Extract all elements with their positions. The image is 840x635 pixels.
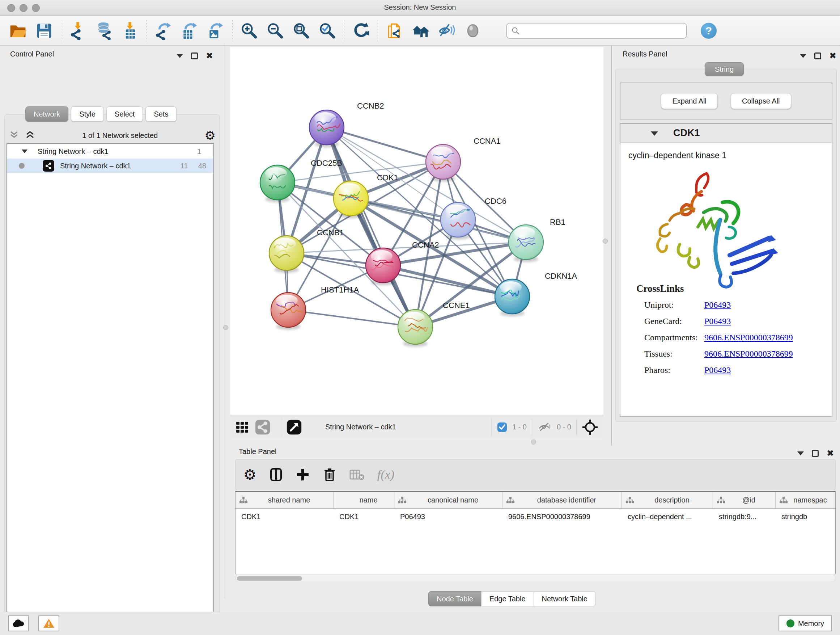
collapse-all-icon[interactable] [9,131,19,140]
network-from-file-button[interactable] [382,19,408,42]
tab-node-table[interactable]: Node Table [428,591,481,606]
expand-all-icon[interactable] [25,131,35,140]
right-splitter-handle[interactable] [603,239,608,244]
close-panel-icon[interactable]: ✖ [206,51,213,60]
column-header--id[interactable]: @id [713,492,775,508]
search-input[interactable] [523,27,682,35]
tab-select[interactable]: Select [106,106,143,122]
scrollbar-thumb[interactable] [237,576,302,581]
float-panel-icon[interactable] [812,450,819,457]
export-network-button[interactable] [150,19,177,42]
close-panel-icon[interactable]: ✖ [827,449,834,458]
string-view-icon[interactable] [255,419,271,435]
table-cell[interactable]: CDK1 [235,513,333,521]
open-session-button[interactable] [5,19,31,42]
tab-network[interactable]: Network [25,106,68,122]
cloud-button[interactable] [8,616,29,631]
column-header-database-identifier[interactable]: database identifier [502,492,622,508]
table-row[interactable]: CDK1CDK1P064939606.ENSP00000378699cyclin… [235,509,835,524]
grid-view-icon[interactable] [235,420,249,434]
expand-all-button[interactable]: Expand All [661,93,718,109]
panel-menu-icon[interactable] [177,54,183,58]
crosslink-link[interactable]: 9606.ENSP00000378699 [704,349,793,359]
fit-content-crosshair-icon[interactable] [582,419,598,435]
table-horizontal-scrollbar[interactable] [235,575,836,582]
node-ccna2[interactable] [366,248,401,283]
node-cdc25b[interactable] [260,165,295,200]
crosslink-link[interactable]: P06493 [704,300,731,310]
table-cell[interactable]: P06493 [394,513,502,521]
import-network-button[interactable] [65,19,91,42]
left-splitter-handle[interactable] [223,325,228,330]
edge-ccnb2-ccne1[interactable] [327,127,415,327]
add-column-icon[interactable] [295,467,310,482]
show-hide-panel-button[interactable] [434,19,460,42]
show-columns-icon[interactable] [269,467,283,482]
float-panel-icon[interactable] [814,52,821,59]
node-ccnb1[interactable] [269,236,304,271]
panel-menu-icon[interactable] [800,54,806,58]
column-header-namespac[interactable]: namespac [775,492,835,508]
crosslink-link[interactable]: P06493 [704,317,731,326]
tab-sets[interactable]: Sets [145,106,177,122]
table-cell[interactable]: CDK1 [333,513,394,521]
column-header-canonical-name[interactable]: canonical name [394,492,502,508]
collection-expander-icon[interactable] [22,149,27,153]
zoom-selected-button[interactable] [314,19,340,42]
collapse-all-button[interactable]: Collapse All [731,93,791,109]
crosslink-link[interactable]: 9606.ENSP00000378699 [704,333,793,342]
table-options-gear-icon[interactable]: ⚙ [243,467,256,482]
eye-inactive-button[interactable] [460,19,486,42]
warnings-button[interactable] [38,616,59,631]
save-session-button[interactable] [31,19,57,42]
node-cdkn1a[interactable] [495,279,530,314]
tab-network-table[interactable]: Network Table [534,591,596,606]
table-cell[interactable]: cyclin–dependent ... [622,513,713,521]
gene-collapse-icon[interactable] [651,131,658,136]
open-in-new-window-icon[interactable] [286,419,302,435]
float-panel-icon[interactable] [191,52,198,59]
table-cell[interactable]: stringdb:9... [713,513,775,521]
delete-column-icon[interactable] [322,467,337,482]
node-ccna1[interactable] [426,144,461,179]
close-panel-icon[interactable]: ✖ [829,51,836,60]
tab-string[interactable]: String [705,62,744,76]
selected-checkbox-icon[interactable] [497,422,507,432]
panel-menu-icon[interactable] [797,451,804,455]
home-view-button[interactable] [408,19,434,42]
node-cdc6[interactable] [441,203,475,237]
node-ccnb2[interactable] [309,110,344,145]
network-canvas[interactable]: CCNB2CCNA1CDC25BCDK1CDC6RB1CCNB1CCNA2CDK… [230,47,603,415]
zoom-in-button[interactable] [236,19,262,42]
import-table-button[interactable] [117,19,143,42]
node-ccne1[interactable] [398,310,433,344]
table-cell[interactable]: stringdb [775,513,835,521]
node-hist1h1a[interactable] [271,293,306,327]
edge-ccne1-hist1h1a[interactable] [288,310,415,327]
export-table-button[interactable] [177,19,202,42]
node-rb1[interactable] [508,225,543,260]
export-image-button[interactable] [202,19,229,42]
refresh-view-button[interactable] [348,19,374,42]
network-row-selected[interactable]: String Network – cdk1 11 48 [7,158,213,173]
node-cdk1[interactable] [333,181,368,216]
title-bar: Session: New Session [0,0,840,16]
table-cell[interactable]: 9606.ENSP00000378699 [502,513,622,521]
edge-ccnb2-ccna1[interactable] [327,127,443,162]
help-button[interactable]: ? [701,23,717,39]
memory-button[interactable]: Memory [778,616,832,631]
tab-edge-table[interactable]: Edge Table [481,591,534,606]
zoom-out-button[interactable] [262,19,288,42]
search-field[interactable] [506,23,687,39]
network-options-gear-icon[interactable]: ⚙ [205,129,216,141]
column-header-name[interactable]: name [333,492,394,508]
network-collection-row[interactable]: String Network – cdk1 1 [7,144,213,158]
horizontal-splitter-handle[interactable] [531,440,536,445]
zoom-fit-button[interactable] [288,19,314,42]
column-header-description[interactable]: description [622,492,713,508]
import-database-button[interactable] [91,19,117,42]
column-header-shared-name[interactable]: shared name [235,492,333,508]
crosslink-link[interactable]: P06493 [704,365,731,375]
gene-card-header[interactable]: CDK1 [621,124,832,143]
tab-style[interactable]: Style [71,106,103,122]
